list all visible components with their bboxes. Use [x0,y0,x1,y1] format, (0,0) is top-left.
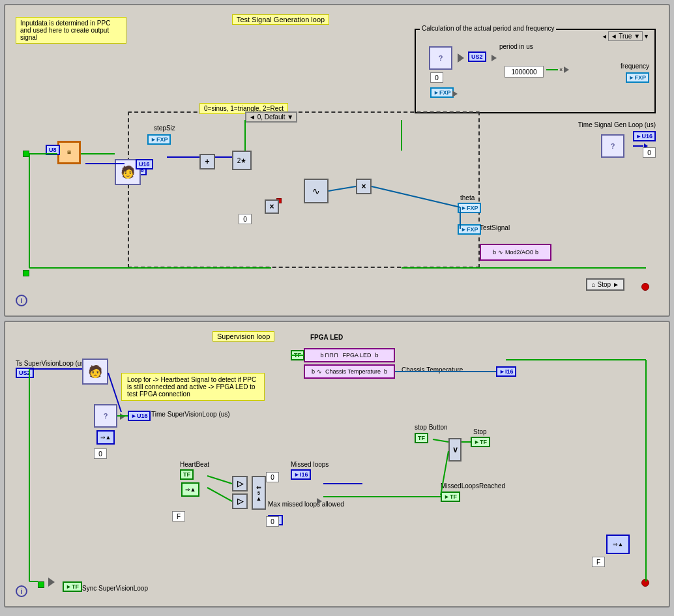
i16-missed: ►I16 [291,469,311,480]
bottom-panel: Supervision loop FPGA LED b ⊓⊓⊓ FPGA LED… [4,321,670,608]
chassis-icon: b [312,368,315,375]
period-label: period in us [499,43,533,50]
qmark-super[interactable]: ? [94,404,117,428]
svg-line-19 [207,488,232,501]
enum-default[interactable]: ◄ 0, Default ▼ [245,111,297,123]
green-sq-top [23,151,29,157]
const-0-super: 0 [94,448,107,459]
stop-out-label: Stop [473,428,487,435]
fxp-bot-calc: ►FXP [430,87,454,98]
arrow-op [458,53,464,63]
time-super-label: Time SuperVisionLoop (us) [151,411,230,418]
chassis-label: Chassis Temperature [325,368,381,375]
stop-arrow-icon: ⌂ [591,281,595,288]
arrow-freq: × [546,66,569,73]
arrow-bot [452,91,458,97]
arrow-op2 [491,55,497,61]
panel-info-icon-bot: i [16,585,27,597]
tf-sync: ►TF [63,581,82,592]
mod-block[interactable]: b ∿ Mod2/AO0 b [480,244,551,261]
us2-badge: US2 [468,51,486,62]
green-sq-super-left [38,581,44,588]
const-f-br: F [592,557,605,567]
u8-badge: U8 [46,145,60,155]
i16-chassis: ►I16 [496,366,516,377]
select-missed[interactable]: ⇐5▲ [252,476,266,510]
fpga-led-block[interactable]: b ⊓⊓⊓ FPGA LED b [304,348,395,362]
const-0-calc: 0 [430,72,443,83]
testsig-label: TestSignal [480,224,510,231]
stop-circle-bot [641,579,649,587]
comment-supervision: Loop for -> Heartbeat Signal to detect i… [121,373,265,401]
fpga-led-header: FPGA LED [310,334,343,341]
time-gen-label: Time Signal Gen Loop (us) [578,121,656,128]
mult-op2[interactable]: × [265,199,279,214]
shift-block-super[interactable]: ⇒▲ [96,430,115,445]
frequency-label: frequency [621,63,649,70]
tf-stop-out: ►TF [471,437,490,447]
qmark-block-time[interactable]: ? [601,134,624,158]
tf-shift-heart[interactable]: ⇒▲ [181,482,199,497]
digital-icon2: b [375,352,379,359]
sync-label: Sync SuperVisionLoop [82,585,148,592]
const-f-heart: F [172,511,185,521]
tf-fpga: TF [291,350,304,360]
stop-circle-top [641,283,649,291]
true-selector[interactable]: ◄ ◄ True ▼ ▼ [602,31,649,41]
main-container: Inputdata is determined in PPC and used … [0,0,674,611]
gt-op2[interactable]: ▷ [232,493,248,509]
svg-line-22 [433,439,448,442]
fxp-testsig: ►FXP [458,224,481,235]
ctrl-main[interactable]: ⊞ [57,141,81,164]
missed-loops-label: Missed loops [291,461,329,468]
calc-frame-label: Calculation of the actual period and fre… [420,25,556,32]
top-panel: Inputdata is determined in PPC and used … [4,4,670,317]
stop-label: Stop [598,281,611,288]
green-sq-bot [23,270,29,276]
arrow-missed-cmp [317,498,322,505]
top-panel-content: Inputdata is determined in PPC and used … [10,10,664,310]
chassis-temp-label: Chassis Temperature [402,366,463,374]
person-super-block[interactable]: 🧑 [82,359,108,385]
stop-button[interactable]: ⌂ Stop ► [586,278,624,291]
fxp-freq: ►FXP [626,72,649,83]
max-missed-label: Max missed loops allowed [268,501,344,508]
wave-icon2: b [535,249,538,256]
add-op[interactable]: + [199,154,215,169]
tf-missed-reached: ►TF [441,491,460,502]
digital-bars: ⊓⊓⊓ [325,352,338,359]
ts-super-label: Ts SuperVisionLoop (us) [16,360,87,367]
wave-icon: b [493,249,496,256]
svg-line-18 [207,476,232,484]
stop-btn-label: stop Button [415,424,448,431]
digital-icon: b [320,352,323,359]
arrow-super [120,413,125,420]
shift-reg-br[interactable]: ⇒▲ [606,535,630,554]
missed-reached-label: MissedLoopsReached [441,482,505,490]
or-op[interactable]: ∨ [448,438,462,462]
chassis-temp-block[interactable]: b ∿ Chassis Temperature b [304,364,395,379]
2mult-block[interactable]: 2★ [232,151,252,170]
gt-op1[interactable]: ▷ [232,476,248,491]
calc-frame: Calculation of the actual period and fre… [415,29,656,113]
chassis-icon2: b [384,368,387,375]
qmark-block-calc[interactable]: ? [429,46,452,70]
heartbeat-label: HeartBeat [180,461,209,468]
fpga-led-label: FPGA LED [342,352,371,359]
const-0-time: 0 [643,147,656,158]
const-0-main: 0 [239,214,252,224]
tf-heartbeat: TF [180,469,194,480]
theta-label: theta [460,194,475,201]
fxp-stepsiz: ►FXP [147,134,171,145]
mult-op[interactable]: × [356,179,372,194]
stop-arrow-right: ► [613,281,619,288]
sine-block[interactable]: ∿ [304,179,329,203]
supervision-loop-label: Supervision loop [212,331,274,342]
const-1000000: 1000000 [505,66,544,78]
const-0-max: 0 [266,516,279,527]
const-0-missed: 0 [266,472,279,482]
tf-stop-btn: TF [415,433,428,443]
true-badge: ◄ True ▼ [608,31,643,41]
arrow-super-bot [48,578,55,587]
u16-time-gen: ►U16 [633,131,656,141]
